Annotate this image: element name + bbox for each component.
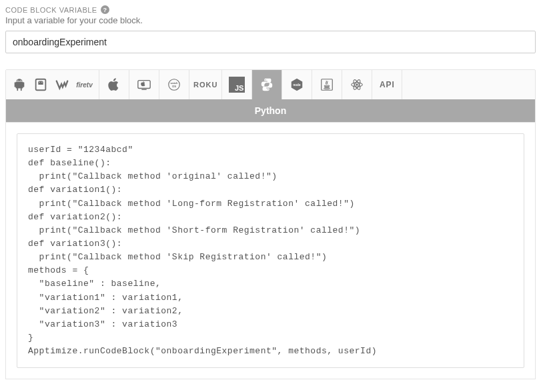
- tab-react[interactable]: [342, 70, 372, 99]
- tab-node[interactable]: node: [282, 70, 312, 99]
- tab-apple-tv[interactable]: [129, 70, 159, 99]
- code-panel: userId = "1234abcd" def baseline(): prin…: [5, 123, 536, 379]
- tab-apple[interactable]: [99, 70, 129, 99]
- tab-api[interactable]: API: [372, 70, 402, 99]
- tab-roku[interactable]: ROKU: [189, 70, 222, 99]
- language-bar: Python: [6, 99, 535, 122]
- roku-icon: ROKU: [193, 81, 217, 89]
- tab-java[interactable]: [312, 70, 342, 99]
- section-label: CODE BLOCK VARIABLE: [5, 6, 97, 14]
- help-icon[interactable]: ?: [101, 5, 109, 14]
- svg-point-12: [356, 83, 358, 85]
- tab-python[interactable]: [252, 70, 282, 99]
- svg-rect-8: [322, 79, 333, 91]
- js-icon: JS: [229, 77, 245, 93]
- watchos-icon: watchOS: [167, 77, 181, 92]
- svg-point-9: [324, 85, 330, 87]
- firetv-icon: firetv: [76, 81, 92, 89]
- svg-point-1: [39, 82, 40, 83]
- android-icon: [12, 77, 27, 92]
- api-text-icon: API: [380, 80, 395, 89]
- svg-point-11: [324, 88, 330, 89]
- svg-text:node: node: [294, 83, 301, 87]
- code-block: userId = "1234abcd" def baseline(): prin…: [28, 143, 513, 358]
- tab-js[interactable]: JS: [222, 70, 252, 99]
- svg-text:OS: OS: [172, 85, 176, 88]
- java-icon: [320, 77, 334, 92]
- node-icon: node: [290, 77, 304, 92]
- platform-tabs: firetv watchOS ROKU JS node: [6, 70, 535, 99]
- android-tablet-icon: [33, 77, 48, 92]
- wear-os-icon: [55, 77, 69, 92]
- tab-watchos[interactable]: watchOS: [159, 70, 189, 99]
- tab-android-group[interactable]: firetv: [6, 70, 99, 99]
- svg-point-2: [42, 82, 43, 83]
- variable-input[interactable]: [5, 31, 536, 53]
- apple-icon: [107, 77, 121, 92]
- python-icon: [259, 77, 274, 92]
- hint-text: Input a variable for your code block.: [5, 15, 536, 25]
- react-icon: [350, 77, 364, 92]
- apple-tv-icon: [137, 77, 151, 92]
